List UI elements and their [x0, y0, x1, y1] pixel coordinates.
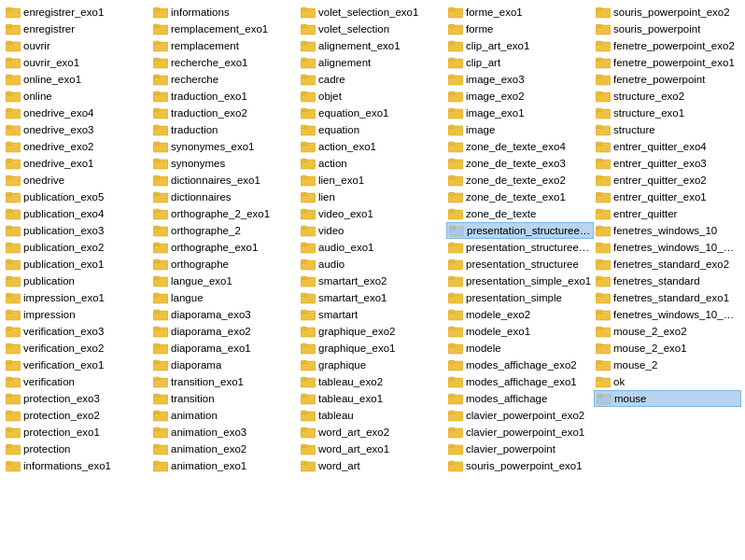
list-item[interactable]: objet [299, 88, 446, 105]
list-item[interactable]: modes_affichage [446, 390, 594, 407]
list-item[interactable]: entrer_quitter_exo1 [594, 189, 741, 205]
list-item[interactable]: onedrive_exo3 [4, 121, 151, 138]
list-item[interactable]: protection [4, 441, 151, 457]
list-item[interactable]: audio [299, 256, 446, 273]
list-item[interactable]: word_art_exo2 [299, 424, 446, 441]
list-item[interactable]: equation [299, 121, 446, 138]
list-item[interactable]: impression_exo1 [4, 289, 151, 306]
list-item[interactable]: publication_exo4 [4, 205, 151, 222]
list-item[interactable]: modele [446, 340, 594, 357]
list-item[interactable]: protection_exo3 [4, 390, 151, 407]
list-item[interactable]: equation_exo1 [299, 105, 446, 121]
list-item[interactable]: informations_exo1 [4, 457, 151, 474]
list-item[interactable]: modes_affichage_exo1 [446, 373, 594, 390]
list-item[interactable]: publication_exo2 [4, 239, 151, 256]
list-item[interactable]: entrer_quitter_exo3 [594, 155, 741, 172]
list-item[interactable]: presentation_structuree [446, 256, 594, 273]
list-item[interactable]: traduction_exo1 [151, 88, 299, 105]
list-item[interactable]: smartart_exo2 [299, 273, 446, 289]
list-item[interactable]: diaporama_exo1 [151, 340, 299, 357]
list-item[interactable]: animation_exo1 [151, 457, 299, 474]
list-item[interactable]: ok [594, 373, 741, 390]
list-item[interactable]: clavier_powerpoint [446, 441, 594, 457]
list-item[interactable]: forme [446, 21, 594, 37]
list-item[interactable]: entrer_quitter_exo2 [594, 172, 741, 189]
list-item[interactable]: video_exo1 [299, 205, 446, 222]
list-item[interactable]: word_art [299, 457, 446, 474]
list-item[interactable]: fenetre_powerpoint_exo2 [594, 37, 741, 54]
list-item[interactable]: alignement [299, 54, 446, 71]
list-item[interactable]: action_exo1 [299, 138, 446, 155]
list-item[interactable]: fenetres_standard_exo2 [594, 256, 741, 273]
list-item[interactable]: entrer_quitter_exo4 [594, 138, 741, 155]
list-item[interactable]: presentation_simple_exo1 [446, 273, 594, 289]
list-item[interactable]: enregistrer_exo1 [4, 4, 151, 21]
list-item[interactable]: forme_exo1 [446, 4, 594, 21]
list-item[interactable]: image_exo1 [446, 105, 594, 121]
list-item[interactable]: impression [4, 306, 151, 323]
list-item[interactable]: graphique_exo2 [299, 323, 446, 340]
list-item[interactable]: image [446, 121, 594, 138]
list-item[interactable]: transition_exo1 [151, 373, 299, 390]
list-item[interactable]: mouse_2_exo1 [594, 340, 741, 357]
list-item[interactable]: publication_exo5 [4, 189, 151, 205]
list-item[interactable]: smartart_exo1 [299, 289, 446, 306]
list-item[interactable]: fenetres_windows_10_exo2 [594, 306, 741, 323]
list-item[interactable]: image_exo2 [446, 88, 594, 105]
list-item[interactable]: graphique [299, 357, 446, 373]
list-item[interactable]: structure [594, 121, 741, 138]
list-item[interactable]: diaporama [151, 357, 299, 373]
list-item[interactable]: image_exo3 [446, 71, 594, 88]
list-item[interactable]: fenetres_windows_10 [594, 222, 741, 239]
list-item[interactable]: transition [151, 390, 299, 407]
list-item[interactable]: structure_exo2 [594, 88, 741, 105]
list-item[interactable]: recherche_exo1 [151, 54, 299, 71]
list-item[interactable]: video [299, 222, 446, 239]
list-item[interactable]: structure_exo1 [594, 105, 741, 121]
list-item[interactable]: onedrive_exo4 [4, 105, 151, 121]
list-item[interactable]: fenetre_powerpoint_exo1 [594, 54, 741, 71]
list-item[interactable]: publication_exo3 [4, 222, 151, 239]
list-item[interactable]: presentation_structuree_exo2 [446, 222, 594, 239]
list-item[interactable]: fenetres_standard [594, 273, 741, 289]
list-item[interactable]: recherche [151, 71, 299, 88]
list-item[interactable]: informations [151, 4, 299, 21]
list-item[interactable]: verification [4, 373, 151, 390]
list-item[interactable]: smartart [299, 306, 446, 323]
list-item[interactable]: animation_exo2 [151, 441, 299, 457]
list-item[interactable]: lien [299, 189, 446, 205]
list-item[interactable]: mouse_2 [594, 357, 741, 373]
list-item[interactable]: modele_exo2 [446, 306, 594, 323]
list-item[interactable]: enregistrer [4, 21, 151, 37]
list-item[interactable]: action [299, 155, 446, 172]
list-item[interactable]: fenetre_powerpoint [594, 71, 741, 88]
list-item[interactable]: tableau_exo1 [299, 390, 446, 407]
list-item[interactable]: animation [151, 407, 299, 424]
list-item[interactable]: langue_exo1 [151, 273, 299, 289]
list-item[interactable]: clip_art_exo1 [446, 37, 594, 54]
list-item[interactable]: zone_de_texte_exo1 [446, 189, 594, 205]
list-item[interactable]: dictionnaires [151, 189, 299, 205]
list-item[interactable]: verification_exo2 [4, 340, 151, 357]
list-item[interactable]: animation_exo3 [151, 424, 299, 441]
list-item[interactable]: onedrive_exo2 [4, 138, 151, 155]
list-item[interactable]: volet_selection [299, 21, 446, 37]
list-item[interactable]: audio_exo1 [299, 239, 446, 256]
list-item[interactable]: zone_de_texte [446, 205, 594, 222]
list-item[interactable]: zone_de_texte_exo4 [446, 138, 594, 155]
list-item[interactable]: tableau_exo2 [299, 373, 446, 390]
list-item[interactable]: fenetres_standard_exo1 [594, 289, 741, 306]
list-item[interactable]: diaporama_exo3 [151, 306, 299, 323]
list-item[interactable]: onedrive_exo1 [4, 155, 151, 172]
list-item[interactable]: clavier_powerpoint_exo1 [446, 424, 594, 441]
list-item[interactable]: protection_exo1 [4, 424, 151, 441]
list-item[interactable]: traduction [151, 121, 299, 138]
list-item[interactable]: clavier_powerpoint_exo2 [446, 407, 594, 424]
list-item[interactable]: orthographe_2_exo1 [151, 205, 299, 222]
list-item[interactable]: verification_exo3 [4, 323, 151, 340]
list-item[interactable]: langue [151, 289, 299, 306]
list-item[interactable]: protection_exo2 [4, 407, 151, 424]
list-item[interactable]: lien_exo1 [299, 172, 446, 189]
list-item[interactable]: graphique_exo1 [299, 340, 446, 357]
list-item[interactable]: modes_affichage_exo2 [446, 357, 594, 373]
